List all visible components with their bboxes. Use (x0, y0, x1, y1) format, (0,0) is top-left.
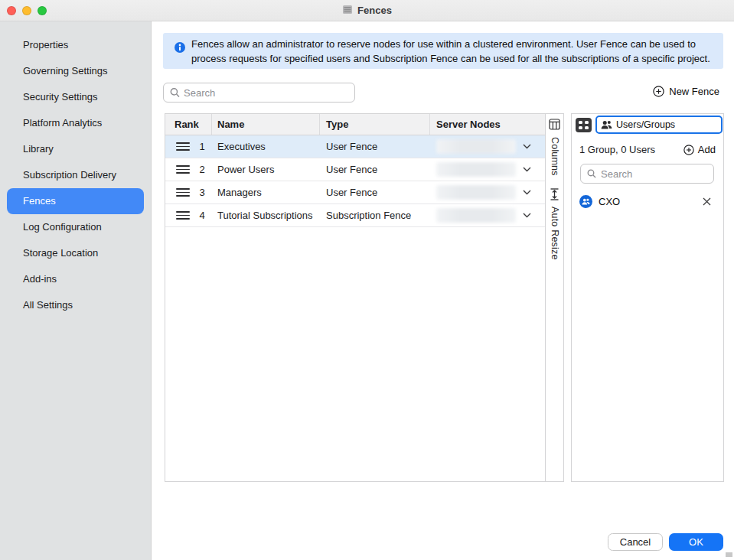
drag-handle-icon[interactable] (176, 211, 190, 220)
chevron-down-icon[interactable] (523, 167, 531, 172)
tab-users-groups-label: Users/Groups (616, 119, 675, 130)
fences-table-main: Rank Name Type Server Nodes 1 Executives… (165, 114, 545, 481)
fence-name: Tutorial Subscriptions (212, 210, 320, 221)
settings-sidebar: Properties Governing Settings Security S… (0, 21, 152, 560)
server-nodes-redacted-value (436, 208, 516, 223)
drag-handle-icon[interactable] (176, 165, 190, 174)
rank-value: 4 (197, 210, 207, 221)
add-member-button[interactable]: Add (683, 144, 716, 155)
zoom-window-button[interactable] (38, 6, 47, 15)
drag-handle-icon[interactable] (176, 188, 190, 197)
server-nodes-redacted-value (436, 162, 516, 177)
sidebar-item-platform-analytics[interactable]: Platform Analytics (7, 110, 144, 136)
info-banner: Fences allow an administrator to reserve… (163, 33, 723, 69)
column-header-name[interactable]: Name (212, 114, 320, 135)
fence-name: Managers (212, 187, 320, 198)
search-icon (587, 169, 596, 178)
drag-handle-icon[interactable] (176, 142, 190, 151)
remove-member-icon[interactable] (703, 197, 711, 206)
member-search-input[interactable] (581, 164, 713, 183)
server-nodes-redacted-value (436, 139, 516, 154)
sidebar-item-fences[interactable]: Fences (7, 188, 144, 214)
columns-control[interactable]: Columns (550, 137, 560, 176)
sidebar-item-governing-settings[interactable]: Governing Settings (7, 58, 144, 84)
add-member-label: Add (698, 144, 716, 155)
auto-resize-control[interactable]: Auto Resize (550, 207, 560, 260)
sidebar-item-security-settings[interactable]: Security Settings (7, 84, 144, 110)
cancel-button[interactable]: Cancel (608, 533, 663, 551)
table-side-controls: Columns Auto Resize (545, 114, 563, 481)
rank-value: 2 (197, 164, 207, 175)
sidebar-item-add-ins[interactable]: Add-ins (7, 266, 144, 292)
auto-resize-icon[interactable] (550, 188, 559, 203)
table-row[interactable]: 4 Tutorial Subscriptions Subscription Fe… (165, 204, 545, 227)
fence-name: Power Users (212, 164, 320, 175)
fence-search-input[interactable] (164, 83, 354, 102)
sidebar-item-subscription-delivery[interactable]: Subscription Delivery (7, 162, 144, 188)
window-title-text: Fences (357, 5, 392, 16)
minimize-window-button[interactable] (22, 6, 31, 15)
panel-summary-row: 1 Group, 0 Users Add (572, 135, 723, 155)
panel-header: Users/Groups (572, 114, 723, 135)
fence-type: User Fence (320, 141, 430, 152)
member-list-item[interactable]: CXO (572, 184, 723, 208)
fences-table: Rank Name Type Server Nodes 1 Executives… (165, 113, 564, 482)
members-summary: 1 Group, 0 Users (579, 144, 655, 155)
title-bar: Fences (0, 0, 734, 21)
users-icon (601, 120, 612, 129)
window-title: Fences (342, 5, 392, 17)
rank-value: 3 (197, 187, 207, 198)
sidebar-item-all-settings[interactable]: All Settings (7, 292, 144, 318)
fence-type: Subscription Fence (320, 210, 430, 221)
info-icon (175, 42, 185, 55)
ok-button[interactable]: OK (669, 533, 723, 551)
window-controls (7, 6, 47, 15)
column-header-server-nodes[interactable]: Server Nodes (430, 114, 545, 135)
search-icon (170, 88, 180, 98)
table-row[interactable]: 2 Power Users User Fence (165, 158, 545, 181)
rank-value: 1 (197, 141, 207, 152)
plus-circle-icon (683, 145, 694, 155)
close-window-button[interactable] (7, 6, 16, 15)
columns-icon[interactable] (549, 119, 560, 132)
sidebar-item-library[interactable]: Library (7, 136, 144, 162)
fence-search (163, 83, 355, 103)
column-header-type[interactable]: Type (320, 114, 430, 135)
grid-view-icon[interactable] (576, 118, 592, 132)
fence-type: User Fence (320, 164, 430, 175)
table-row[interactable]: 3 Managers User Fence (165, 181, 545, 204)
sidebar-item-log-configuration[interactable]: Log Configuration (7, 214, 144, 240)
member-search (580, 164, 714, 184)
column-header-rank[interactable]: Rank (165, 114, 212, 135)
table-header-row: Rank Name Type Server Nodes (165, 114, 545, 135)
table-row[interactable]: 1 Executives User Fence (165, 135, 545, 158)
server-nodes-redacted-value (436, 185, 516, 200)
group-avatar (579, 195, 592, 208)
chevron-down-icon[interactable] (523, 190, 531, 195)
fence-detail-panel: Users/Groups 1 Group, 0 Users Add CXO (571, 113, 724, 482)
fence-type: User Fence (320, 187, 430, 198)
member-name: CXO (599, 196, 620, 207)
tab-users-groups[interactable]: Users/Groups (595, 116, 723, 134)
fences-stack-icon (342, 5, 353, 17)
info-banner-text: Fences allow an administrator to reserve… (191, 37, 723, 66)
sidebar-item-properties[interactable]: Properties (7, 32, 144, 58)
new-fence-button[interactable]: New Fence (653, 86, 719, 97)
group-icon (582, 198, 590, 205)
plus-circle-icon (653, 86, 664, 97)
sidebar-item-storage-location[interactable]: Storage Location (7, 240, 144, 266)
new-fence-label: New Fence (669, 86, 719, 97)
chevron-down-icon[interactable] (523, 144, 531, 149)
chevron-down-icon[interactable] (523, 213, 531, 218)
fence-name: Executives (212, 141, 320, 152)
window-resize-grip[interactable] (726, 552, 732, 557)
